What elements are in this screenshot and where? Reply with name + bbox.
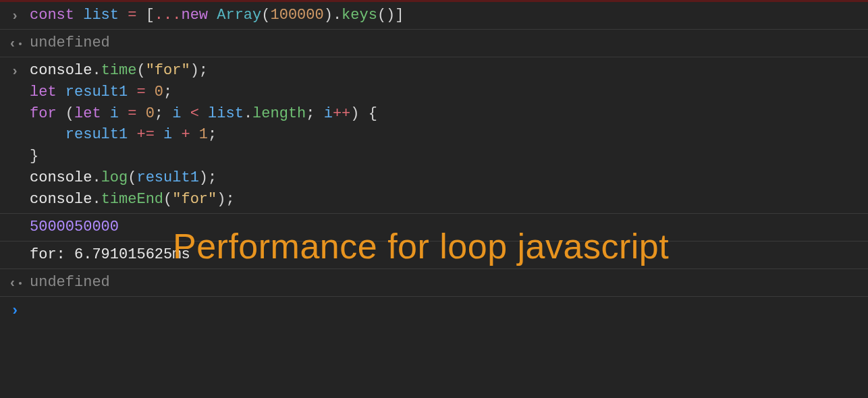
chevron-input-icon: › xyxy=(11,6,19,26)
console-entry-log: for: 6.791015625ms xyxy=(0,241,868,269)
console-entry-content: for: 6.791015625ms xyxy=(30,244,868,266)
chevron-input-icon: › xyxy=(11,61,19,81)
console-entry-content: undefined xyxy=(30,32,868,54)
console-entry-return: ‹undefined xyxy=(0,30,868,57)
console-entry-content: 5000050000 xyxy=(30,217,868,238)
console-entry-input: ›console.time("for"); let result1 = 0; f… xyxy=(0,57,868,214)
console-entry-input: ›const list = [...new Array(100000).keys… xyxy=(0,2,868,30)
console-entry-return: ‹undefined xyxy=(0,269,868,297)
chevron-return-icon: ‹ xyxy=(8,273,21,293)
console-entry-content: undefined xyxy=(30,272,868,293)
chevron-prompt-icon: › xyxy=(10,301,19,322)
console-entry-content: const list = [...new Array(100000).keys(… xyxy=(30,5,868,26)
console-entry-log: 5000050000 xyxy=(0,214,868,241)
chevron-return-icon: ‹ xyxy=(8,34,21,53)
devtools-console[interactable]: ›const list = [...new Array(100000).keys… xyxy=(0,0,868,398)
console-entry-prompt[interactable]: › xyxy=(0,297,868,325)
console-entry-content: console.time("for"); let result1 = 0; fo… xyxy=(30,60,868,210)
